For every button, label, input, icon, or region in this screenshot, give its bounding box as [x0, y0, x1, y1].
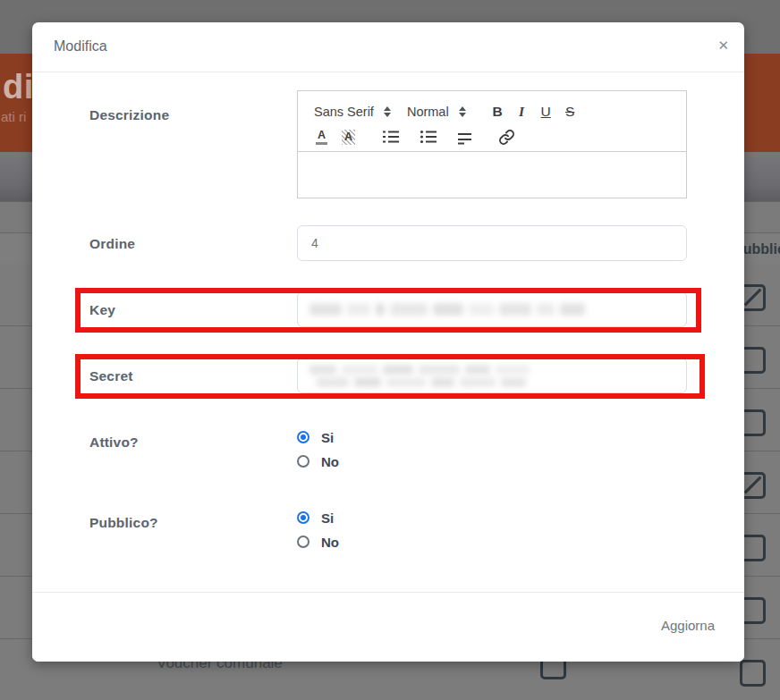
radio-label: Si: [321, 430, 334, 445]
pubblico-option-no[interactable]: No: [297, 534, 339, 550]
radio-selected-icon[interactable]: [297, 431, 309, 443]
attivo-option-no[interactable]: No: [297, 453, 339, 469]
descrizione-editor[interactable]: Sans Serif Normal B I U S A A: [297, 90, 687, 198]
chevron-updown-icon: [384, 106, 391, 117]
radio-unselected-icon[interactable]: [297, 455, 309, 468]
chevron-updown-icon: [459, 106, 466, 117]
radio-unselected-icon[interactable]: [297, 536, 309, 548]
modal-title: Modifica: [54, 38, 107, 55]
italic-button[interactable]: I: [510, 104, 534, 120]
link-icon[interactable]: [498, 129, 515, 146]
secret-label: Secret: [89, 368, 133, 384]
align-icon[interactable]: [457, 129, 475, 145]
modal-footer: Aggiorna: [32, 592, 744, 662]
ordine-input[interactable]: [297, 225, 687, 261]
radio-label: No: [321, 535, 339, 550]
underline-button[interactable]: U: [534, 104, 558, 120]
close-icon[interactable]: ✕: [717, 38, 729, 52]
pubblico-label: Pubblico?: [89, 515, 158, 531]
background-color-icon[interactable]: A: [342, 130, 355, 145]
radio-label: Si: [321, 510, 334, 526]
edit-modal: Modifica ✕ Descrizione Sans Serif Normal: [32, 22, 744, 662]
editor-content[interactable]: [298, 152, 686, 198]
radio-selected-icon[interactable]: [297, 511, 309, 524]
strikethrough-button[interactable]: S: [558, 104, 582, 120]
modal-header: Modifica ✕: [32, 22, 744, 72]
banner-subtitle-fragment: ati ri: [1, 109, 26, 124]
attivo-option-si[interactable]: Si: [297, 429, 334, 445]
ordered-list-icon[interactable]: [382, 129, 400, 145]
radio-label: No: [321, 454, 339, 469]
size-picker-value: Normal: [407, 105, 449, 119]
pubblico-option-si[interactable]: Si: [297, 510, 334, 526]
bullet-list-icon[interactable]: [420, 129, 437, 145]
update-button[interactable]: Aggiorna: [661, 618, 715, 633]
font-picker[interactable]: Sans Serif: [314, 105, 391, 119]
text-color-icon[interactable]: A: [316, 129, 327, 145]
key-label: Key: [89, 302, 115, 318]
editor-toolbar: Sans Serif Normal B I U S A A: [298, 91, 686, 152]
ordine-label: Ordine: [89, 236, 135, 252]
font-picker-value: Sans Serif: [314, 105, 374, 119]
checkbox-icon[interactable]: [740, 660, 766, 687]
key-input[interactable]: [297, 291, 687, 327]
size-picker[interactable]: Normal: [407, 105, 466, 119]
bold-button[interactable]: B: [486, 104, 510, 120]
attivo-label: Attivo?: [89, 434, 139, 451]
descrizione-label: Descrizione: [89, 107, 169, 123]
secret-input[interactable]: [297, 358, 687, 393]
